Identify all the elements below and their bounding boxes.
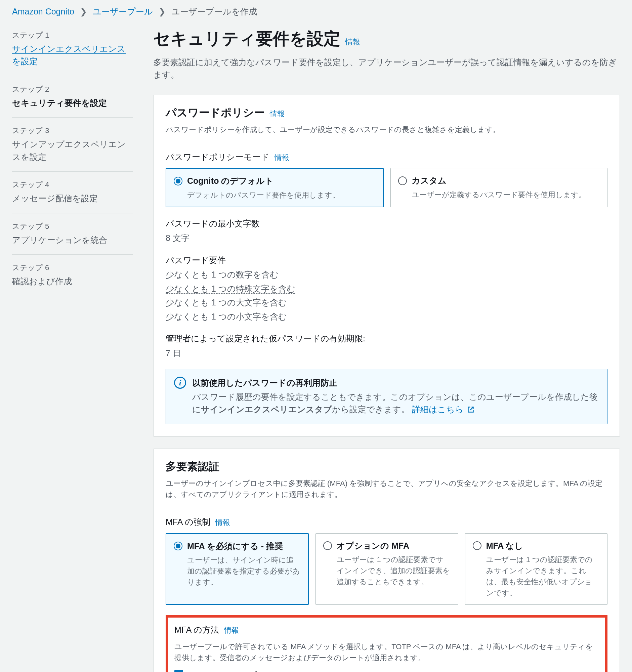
info-icon: i (174, 377, 186, 389)
breadcrumb-userpool[interactable]: ユーザープール (93, 7, 153, 17)
mfa-methods-label: MFA の方法 (174, 625, 219, 634)
infobox-learn-more-link[interactable]: 詳細はこちら (412, 405, 474, 414)
req-number: 少なくとも 1 つの数字を含む (166, 268, 607, 281)
radio-icon (174, 177, 183, 186)
password-requirements-label: パスワード要件 (166, 254, 607, 267)
req-special: 少なくとも 1 つの特殊文字を含む (166, 283, 607, 295)
mfa-title: 多要素認証 (166, 460, 219, 473)
mfa-enforce-info-link[interactable]: 情報 (215, 518, 230, 527)
step-4[interactable]: ステップ 4 メッセージ配信を設定 (12, 176, 133, 213)
mfa-none-option[interactable]: MFA なし ユーザーは 1 つの認証要素でのみサインインできます。これは、最も… (465, 533, 607, 605)
temp-password-label: 管理者によって設定された仮パスワードの有効期限: (166, 332, 607, 345)
step-3[interactable]: ステップ 3 サインアップエクスペリエンスを設定 (12, 122, 133, 172)
policy-mode-custom[interactable]: カスタム ユーザーが定義するパスワード要件を使用します。 (390, 168, 608, 207)
chevron-right-icon: ❯ (80, 7, 87, 16)
password-reuse-infobox: i 以前使用したパスワードの再利用防止 パスワード履歴の要件を設定することもでき… (166, 369, 607, 424)
policy-mode-info-link[interactable]: 情報 (274, 153, 289, 162)
min-length-label: パスワードの最小文字数 (166, 217, 607, 230)
mfa-methods-highlight: MFA の方法 情報 ユーザープールで許可されている MFA メソッドを選択しま… (166, 615, 607, 672)
step-1-link[interactable]: サインインエクスペリエンスを設定 (12, 44, 126, 67)
temp-password-value: 7 日 (166, 347, 607, 360)
mfa-enforce-label: MFA の強制 (166, 517, 210, 527)
breadcrumb-current: ユーザープールを作成 (171, 7, 257, 16)
req-upper: 少なくとも 1 つの大文字を含む (166, 296, 607, 309)
chevron-right-icon: ❯ (159, 7, 166, 16)
step-1[interactable]: ステップ 1 サインインエクスペリエンスを設定 (12, 26, 133, 76)
policy-mode-default[interactable]: Cognito のデフォルト デフォルトのパスワード要件を使用します。 (166, 168, 384, 207)
min-length-value: 8 文字 (166, 232, 607, 245)
radio-icon (398, 176, 407, 185)
mfa-authenticator-checkbox[interactable]: Authenticator アプリケーション (174, 669, 599, 672)
mfa-optional-option[interactable]: オプションの MFA ユーザーは 1 つの認証要素でサインインでき、追加の認証要… (316, 533, 458, 605)
page-title: セキュリティ要件を設定 (153, 29, 340, 48)
infobox-title: 以前使用したパスワードの再利用防止 (192, 377, 599, 389)
mfa-desc: ユーザーのサインインプロセス中に多要素認証 (MFA) を強制することで、アプリ… (166, 478, 607, 500)
mfa-methods-desc: ユーザープールで許可されている MFA メソッドを選択します。TOTP ベースの… (174, 641, 599, 663)
step-2: ステップ 2 セキュリティ要件を設定 (12, 80, 133, 118)
breadcrumb: Amazon Cognito ❯ ユーザープール ❯ ユーザープールを作成 (12, 0, 620, 26)
checkbox-icon (174, 670, 183, 672)
mfa-card: 多要素認証 ユーザーのサインインプロセス中に多要素認証 (MFA) を強制するこ… (153, 449, 620, 672)
breadcrumb-cognito[interactable]: Amazon Cognito (12, 7, 74, 17)
wizard-sidebar: ステップ 1 サインインエクスペリエンスを設定 ステップ 2 セキュリティ要件を… (12, 26, 133, 672)
password-requirements-list: 少なくとも 1 つの数字を含む 少なくとも 1 つの特殊文字を含む 少なくとも … (166, 268, 607, 323)
mfa-required-option[interactable]: MFA を必須にする - 推奨 ユーザーは、サインイン時に追加の認証要素を指定す… (166, 533, 309, 605)
radio-icon (174, 542, 183, 550)
policy-mode-label: パスワードポリシーモード (166, 152, 269, 162)
step-6[interactable]: ステップ 6 確認および作成 (12, 259, 133, 296)
password-policy-card: パスワードポリシー 情報 パスワードポリシーを作成して、ユーザーが設定できるパス… (153, 95, 620, 437)
infobox-text: パスワード履歴の要件を設定することもできます。このオプションは、このユーザープー… (192, 391, 599, 417)
password-policy-desc: パスワードポリシーを作成して、ユーザーが設定できるパスワードの長さと複雑さを定義… (166, 124, 607, 135)
password-policy-title: パスワードポリシー (166, 106, 265, 119)
password-policy-info-link[interactable]: 情報 (270, 110, 285, 118)
page-info-link[interactable]: 情報 (345, 38, 360, 46)
radio-icon (473, 541, 482, 550)
req-lower: 少なくとも 1 つの小文字を含む (166, 310, 607, 323)
page-description: 多要素認証に加えて強力なパスワード要件を設定し、アプリケーションユーザーが誤って… (153, 56, 620, 81)
step-5[interactable]: ステップ 5 アプリケーションを統合 (12, 217, 133, 255)
external-link-icon (467, 404, 474, 417)
mfa-methods-info-link[interactable]: 情報 (224, 626, 239, 634)
radio-icon (323, 541, 332, 550)
